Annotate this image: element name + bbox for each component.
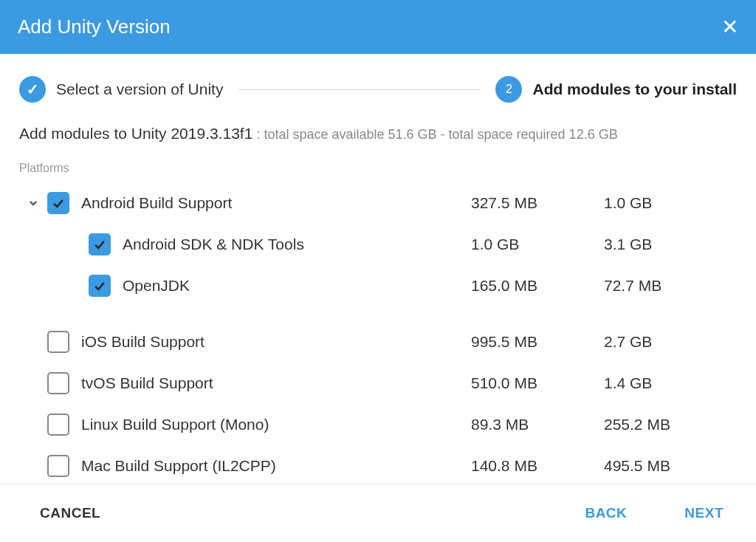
step-add-modules: 2 Add modules to your install — [495, 76, 737, 103]
cancel-button[interactable]: CANCEL — [37, 499, 103, 527]
checkbox-mac[interactable] — [47, 455, 69, 477]
checkbox-android[interactable] — [47, 192, 69, 214]
module-row-mac: Mac Build Support (IL2CPP) 140.8 MB 495.… — [19, 445, 737, 484]
module-row-android-sdk: Android SDK & NDK Tools 1.0 GB 3.1 GB — [19, 224, 737, 265]
module-name: Mac Build Support (IL2CPP) — [81, 457, 471, 475]
checkbox-android-sdk[interactable] — [89, 233, 111, 255]
close-icon[interactable]: ✕ — [721, 15, 738, 39]
platforms-label: Platforms — [19, 162, 737, 175]
dialog-header: Add Unity Version ✕ — [0, 0, 756, 54]
next-button[interactable]: NEXT — [681, 499, 726, 527]
modules-title: Add modules to Unity 2019.3.13f1 : total… — [19, 125, 737, 143]
module-name: iOS Build Support — [81, 333, 471, 351]
check-icon — [19, 76, 46, 103]
checkbox-ios[interactable] — [47, 331, 69, 353]
module-name: OpenJDK — [123, 277, 471, 295]
download-size: 327.5 MB — [471, 194, 604, 212]
installed-size: 1.0 GB — [604, 194, 737, 212]
checkbox-openjdk[interactable] — [89, 275, 111, 297]
installed-size: 3.1 GB — [604, 236, 737, 253]
installed-size: 1.4 GB — [604, 374, 737, 392]
step1-label: Select a version of Unity — [56, 80, 223, 98]
back-button[interactable]: BACK — [582, 499, 630, 527]
installed-size: 495.5 MB — [604, 457, 737, 475]
step2-label: Add modules to your install — [532, 80, 737, 98]
module-row-linux: Linux Build Support (Mono) 89.3 MB 255.2… — [19, 404, 737, 445]
download-size: 140.8 MB — [471, 457, 604, 475]
module-row-android: Android Build Support 327.5 MB 1.0 GB — [19, 182, 737, 224]
installed-size: 2.7 GB — [604, 333, 737, 351]
module-row-tvos: tvOS Build Support 510.0 MB 1.4 GB — [19, 363, 737, 404]
download-size: 165.0 MB — [471, 277, 604, 295]
module-row-ios: iOS Build Support 995.5 MB 2.7 GB — [19, 321, 737, 363]
module-name: Android Build Support — [81, 194, 471, 212]
download-size: 1.0 GB — [471, 236, 604, 253]
content-area: Add modules to Unity 2019.3.13f1 : total… — [0, 117, 756, 484]
download-size: 89.3 MB — [471, 416, 604, 433]
step2-number-icon: 2 — [495, 76, 522, 103]
installed-size: 72.7 MB — [604, 277, 737, 295]
stepper: Select a version of Unity 2 Add modules … — [0, 54, 756, 117]
checkbox-tvos[interactable] — [47, 372, 69, 394]
module-name: Linux Build Support (Mono) — [81, 416, 471, 433]
stepper-divider — [238, 89, 481, 90]
module-row-openjdk: OpenJDK 165.0 MB 72.7 MB — [19, 265, 737, 306]
download-size: 995.5 MB — [471, 333, 604, 351]
chevron-down-icon[interactable] — [19, 196, 47, 210]
download-size: 510.0 MB — [471, 374, 604, 392]
module-list: Android Build Support 327.5 MB 1.0 GB An… — [19, 182, 737, 484]
footer: CANCEL BACK NEXT — [0, 484, 756, 542]
dialog-title: Add Unity Version — [18, 16, 171, 38]
module-name: tvOS Build Support — [81, 374, 471, 392]
step-select-version[interactable]: Select a version of Unity — [19, 76, 223, 103]
module-name: Android SDK & NDK Tools — [123, 236, 471, 253]
checkbox-linux[interactable] — [47, 414, 69, 436]
space-info: : total space available 51.6 GB - total … — [252, 127, 617, 142]
installed-size: 255.2 MB — [604, 416, 737, 433]
